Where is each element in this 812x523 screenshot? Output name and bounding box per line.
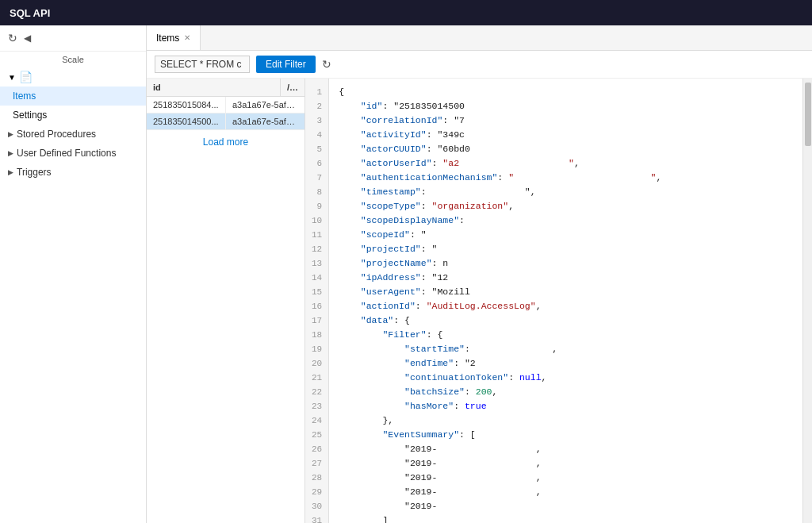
triggers-label: Triggers <box>17 167 52 178</box>
results-header: id /actorU... <box>147 79 304 97</box>
sidebar-section-stored-procedures[interactable]: ▶ Stored Procedures <box>0 125 146 144</box>
line-number: 6 <box>305 156 328 171</box>
chevron-user-defined-functions: ▶ <box>8 149 13 157</box>
json-line: "actorCUUID": "60bd0 <box>339 142 793 156</box>
scroll-thumb <box>805 83 811 146</box>
json-line: "Filter": { <box>339 328 793 342</box>
refresh-icon[interactable]: ↻ <box>8 32 17 44</box>
json-line: "batchSize": 200, <box>339 385 793 399</box>
sidebar-top: ↻ ◀ <box>0 25 146 52</box>
json-line: "scopeId": " <box>339 228 793 242</box>
line-number: 28 <box>305 471 328 485</box>
line-number: 30 <box>305 499 328 513</box>
stored-procedures-label: Stored Procedures <box>17 129 96 140</box>
top-bar: SQL API <box>0 0 812 25</box>
sidebar-item-items[interactable]: Items <box>0 87 146 106</box>
edit-filter-button[interactable]: Edit Filter <box>256 56 316 73</box>
line-number: 3 <box>305 113 328 128</box>
chevron-stored-procedures: ▶ <box>8 130 13 138</box>
collapse-icon[interactable]: ◀ <box>24 33 31 44</box>
line-number: 12 <box>305 242 328 256</box>
json-line: "data": { <box>339 313 793 328</box>
line-number: 5 <box>305 142 328 156</box>
json-line: "2019- , <box>339 456 793 471</box>
tab-items-label: Items <box>156 33 179 44</box>
chevron-triggers: ▶ <box>8 168 13 176</box>
json-line: "timestamp": ", <box>339 185 793 199</box>
json-line: "projectId": " <box>339 242 793 256</box>
json-panel[interactable]: 1234567891011121314151617181920212223242… <box>305 79 812 523</box>
json-line: "id": "251835014500 <box>339 99 793 113</box>
table-row[interactable]: 251835014500... a3a1a67e-5afa-... <box>147 113 304 130</box>
sidebar-settings-label: Settings <box>13 110 47 121</box>
line-number: 10 <box>305 213 328 228</box>
tab-close-icon[interactable]: ✕ <box>184 33 190 42</box>
sidebar-items-label: Items <box>13 90 36 102</box>
line-number: 24 <box>305 413 328 428</box>
json-line: "correlationId": "7 <box>339 113 793 128</box>
line-number: 20 <box>305 356 328 371</box>
line-numbers: 1234567891011121314151617181920212223242… <box>305 79 329 523</box>
line-number: 4 <box>305 128 328 142</box>
sidebar-section-triggers[interactable]: ▶ Triggers <box>0 163 146 182</box>
line-number: 13 <box>305 256 328 271</box>
json-line: "2019- , <box>339 471 793 485</box>
expand-icon[interactable]: ▼ <box>8 73 16 82</box>
cell-id-0: 251835015084... <box>147 97 226 113</box>
line-number: 16 <box>305 299 328 313</box>
tab-items[interactable]: Items ✕ <box>147 25 201 50</box>
cell-actor-1: a3a1a67e-5afa-... <box>226 113 304 129</box>
line-number: 23 <box>305 399 328 413</box>
results-panel: id /actorU... 251835015084... a3a1a67e-5… <box>147 79 305 523</box>
json-line: "activityId": "349c <box>339 128 793 142</box>
json-line: "2019- <box>339 499 793 513</box>
json-line: "actorUserId": "a2 ", <box>339 156 793 171</box>
json-line: "2019- , <box>339 442 793 456</box>
json-line: "projectName": n <box>339 256 793 271</box>
main-container: ↻ ◀ Scale ▼ 📄 Items Settings ▶ Stored Pr… <box>0 25 812 523</box>
line-number: 17 <box>305 313 328 328</box>
line-number: 27 <box>305 456 328 471</box>
col-id: id <box>147 79 281 96</box>
line-number: 11 <box>305 228 328 242</box>
json-line: }, <box>339 413 793 428</box>
query-refresh-icon[interactable]: ↻ <box>322 58 331 71</box>
line-number: 29 <box>305 485 328 499</box>
app-title: SQL API <box>10 7 50 19</box>
load-more-link[interactable]: Load more <box>147 130 304 154</box>
table-row[interactable]: 251835015084... a3a1a67e-5afa-... <box>147 97 304 113</box>
line-number: 19 <box>305 342 328 356</box>
line-number: 31 <box>305 513 328 523</box>
sidebar: ↻ ◀ Scale ▼ 📄 Items Settings ▶ Stored Pr… <box>0 25 147 523</box>
line-number: 22 <box>305 385 328 399</box>
sidebar-item-settings[interactable]: Settings <box>0 106 146 125</box>
json-line: "userAgent": "Mozill <box>339 285 793 299</box>
line-number: 26 <box>305 442 328 456</box>
json-line: "EventSummary": [ <box>339 428 793 442</box>
json-line: "scopeType": "organization", <box>339 199 793 213</box>
data-panel: id /actorU... 251835015084... a3a1a67e-5… <box>147 79 812 523</box>
line-number: 2 <box>305 99 328 113</box>
sidebar-db-row: ▼ 📄 <box>0 67 146 87</box>
json-line: "hasMore": true <box>339 399 793 413</box>
user-defined-functions-label: User Defined Functions <box>17 148 116 159</box>
line-number: 18 <box>305 328 328 342</box>
json-line: "actionId": "AuditLog.AccessLog", <box>339 299 793 313</box>
sidebar-section-user-defined-functions[interactable]: ▶ User Defined Functions <box>0 144 146 163</box>
json-line: "scopeDisplayName": <box>339 213 793 228</box>
json-line: { <box>339 85 793 99</box>
json-line: "ipAddress": "12 <box>339 271 793 285</box>
line-number: 25 <box>305 428 328 442</box>
line-number: 21 <box>305 371 328 385</box>
right-scrollbar[interactable] <box>802 79 812 523</box>
col-actor: /actorU... <box>281 79 304 96</box>
cell-actor-0: a3a1a67e-5afa-... <box>226 97 304 113</box>
json-line: "endTime": "2 <box>339 356 793 371</box>
db-icon: 📄 <box>19 71 33 83</box>
sidebar-scale-label: Scale <box>0 52 146 67</box>
query-bar: SELECT * FROM c Edit Filter ↻ <box>147 51 812 79</box>
tab-bar: Items ✕ <box>147 25 812 51</box>
query-input[interactable]: SELECT * FROM c <box>155 56 250 73</box>
json-line: ] <box>339 513 793 523</box>
line-number: 15 <box>305 285 328 299</box>
